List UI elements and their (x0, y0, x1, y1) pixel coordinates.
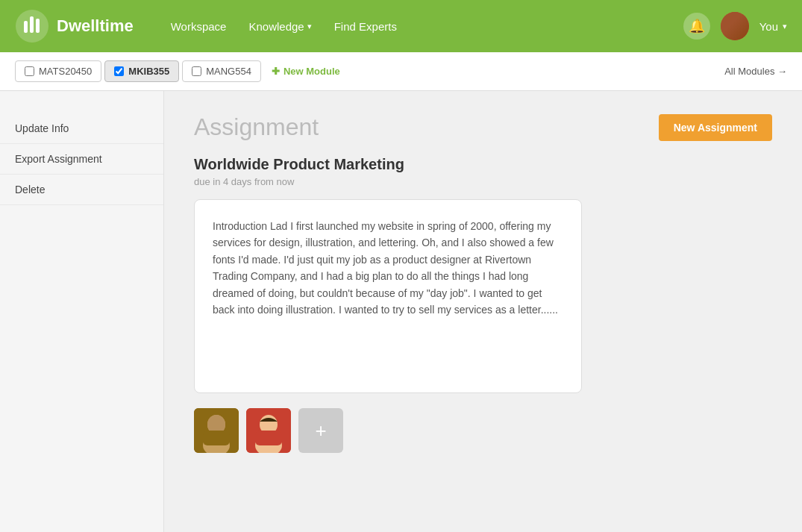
main-layout: Update Info Export Assignment Delete Ass… (0, 91, 802, 532)
user-menu-button[interactable]: You ▾ (759, 20, 787, 33)
sidebar-item-export-assignment[interactable]: Export Assignment (0, 144, 163, 175)
assignment-name: Worldwide Product Marketing (194, 156, 772, 173)
knowledge-label: Knowledge (248, 20, 304, 33)
page-title: Assignment (194, 113, 319, 141)
svg-rect-8 (203, 431, 230, 445)
collaborators-row: + (194, 408, 772, 453)
tab-mkib355-checkbox[interactable] (114, 66, 124, 76)
knowledge-chevron-icon: ▾ (307, 22, 312, 31)
assignment-due-date: due in 4 days from now (194, 176, 772, 187)
nav-workspace[interactable]: Workspace (171, 20, 227, 33)
navbar: Dwelltime Workspace Knowledge ▾ Find Exp… (0, 0, 802, 52)
user-label: You (759, 20, 778, 33)
new-module-label: New Module (283, 66, 340, 77)
tab-mkib355-label: MKIB355 (128, 66, 169, 77)
tab-mkib355[interactable]: MKIB355 (104, 60, 179, 82)
sidebar: Update Info Export Assignment Delete (0, 91, 164, 532)
brand-logo[interactable]: Dwelltime (15, 9, 134, 43)
assignment-body-text: Introduction Lad I first launched my web… (213, 218, 563, 318)
find-experts-label: Find Experts (334, 20, 397, 33)
sidebar-item-delete[interactable]: Delete (0, 175, 163, 205)
workspace-label: Workspace (171, 20, 227, 33)
nav-find-experts[interactable]: Find Experts (334, 20, 397, 33)
nav-right: 🔔 You ▾ (683, 12, 787, 40)
add-collaborator-button[interactable]: + (298, 408, 343, 453)
collaborator-avatar-1[interactable] (194, 408, 239, 453)
notification-bell-button[interactable]: 🔔 (683, 13, 710, 40)
sidebar-item-update-info[interactable]: Update Info (0, 113, 163, 144)
tab-mang554-checkbox[interactable] (192, 66, 201, 76)
tab-mats20450-label: MATS20450 (39, 66, 92, 77)
user-chevron-icon: ▾ (783, 22, 787, 31)
svg-rect-12 (255, 431, 282, 445)
tab-mang554-label: MANG554 (206, 66, 251, 77)
avatar (721, 12, 749, 40)
brand-name: Dwelltime (57, 16, 134, 36)
tab-mats20450-checkbox[interactable] (25, 66, 34, 76)
plus-icon: ✚ (272, 66, 280, 77)
new-assignment-button[interactable]: New Assignment (659, 114, 772, 141)
tab-mats20450[interactable]: MATS20450 (15, 60, 101, 82)
nav-knowledge[interactable]: Knowledge ▾ (248, 20, 311, 33)
svg-rect-1 (24, 21, 28, 33)
main-content: Assignment New Assignment Worldwide Prod… (164, 91, 802, 532)
svg-rect-2 (30, 16, 34, 33)
all-modules-link[interactable]: All Modules → (724, 66, 787, 77)
tab-mang554[interactable]: MANG554 (182, 60, 261, 82)
tabs-bar: MATS20450 MKIB355 MANG554 ✚ New Module A… (0, 52, 802, 91)
svg-rect-3 (36, 19, 40, 33)
bell-icon: 🔔 (689, 18, 705, 34)
assignment-card: Introduction Lad I first launched my web… (194, 199, 582, 393)
collaborator-avatar-2[interactable] (246, 408, 291, 453)
new-module-button[interactable]: ✚ New Module (264, 61, 348, 81)
content-header: Assignment New Assignment (194, 113, 772, 141)
